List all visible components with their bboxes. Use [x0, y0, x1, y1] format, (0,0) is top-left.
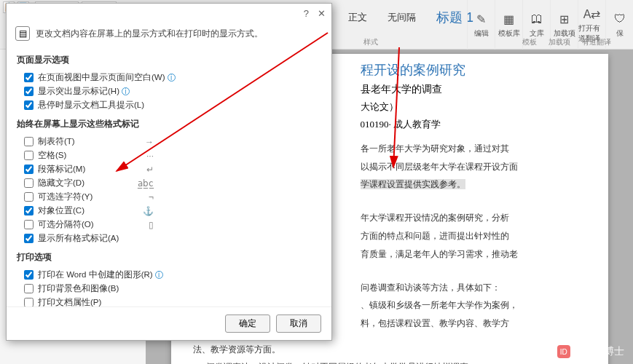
- library-icon: 🕮: [529, 11, 545, 27]
- watermark-text: @猫宁博士: [573, 345, 624, 358]
- dialog-titlebar: ? ✕: [7, 4, 331, 23]
- option-checkbox[interactable]: [24, 165, 34, 174]
- option-row: 在页面视图中显示页面间空白(W)i: [17, 71, 321, 84]
- option-checkbox[interactable]: [24, 270, 34, 280]
- option-label: 隐藏文字(D): [38, 178, 84, 189]
- style-normal[interactable]: 正文: [342, 7, 374, 28]
- option-checkbox[interactable]: [24, 206, 34, 215]
- shield-icon: 🛡: [612, 11, 628, 27]
- option-checkbox[interactable]: [24, 178, 34, 188]
- format-symbol: ···: [146, 151, 154, 161]
- section-formatting-marks: 始终在屏幕上显示这些格式标记: [17, 118, 321, 130]
- edit-icon: ✎: [473, 11, 490, 27]
- styles-group-label: 样式: [363, 37, 378, 47]
- option-label: 制表符(T): [38, 136, 75, 147]
- format-symbol: ⚓: [143, 206, 154, 216]
- option-label: 打印背景色和图像(B): [38, 283, 119, 294]
- section-display-options: 页面显示选项: [17, 54, 321, 66]
- option-row: 显示突出显示标记(H)i: [17, 84, 321, 98]
- addins-sublabel: 加载项: [549, 37, 570, 47]
- option-label: 打印文档属性(P): [38, 297, 101, 306]
- option-label: 悬停时显示文档工具提示(L): [38, 100, 144, 111]
- option-label: 对象位置(C): [38, 205, 84, 216]
- option-row: 空格(S)···: [17, 149, 321, 162]
- dialog-header-text: 更改文档内容在屏幕上的显示方式和在打印时的显示方式。: [36, 28, 263, 40]
- addins-icon: ⊞: [557, 11, 573, 27]
- dialog-body: 页面显示选项 在页面视图中显示页面间空白(W)i显示突出显示标记(H)i悬停时显…: [7, 48, 331, 306]
- option-row: 可选分隔符(O)▯: [17, 218, 321, 232]
- option-row: 悬停时显示文档工具提示(L): [17, 98, 321, 112]
- doc-info: 010190· 成人教育学: [361, 118, 579, 131]
- option-row: 打印背景色和图像(B): [17, 282, 321, 296]
- template-icon: ▦: [501, 11, 517, 27]
- cancel-button[interactable]: 取消: [276, 314, 321, 333]
- option-row: 打印在 Word 中创建的图形(R)i: [17, 268, 321, 282]
- option-row: 隐藏文字(D)a̲b̲c̲: [17, 176, 321, 190]
- option-label: 打印在 Word 中创建的图形(R): [38, 269, 153, 280]
- option-checkbox[interactable]: [24, 87, 34, 96]
- option-checkbox[interactable]: [24, 192, 34, 202]
- option-row: 对象位置(C)⚓: [17, 204, 321, 218]
- option-label: 空格(S): [38, 150, 66, 161]
- doc-title: 程开设的案例研究: [361, 61, 579, 79]
- doc-subtitle: 县老年大学的调查: [361, 83, 579, 96]
- tool-template[interactable]: ▦模板库: [495, 0, 522, 50]
- option-label: 在页面视图中显示页面间空白(W): [38, 72, 165, 83]
- info-icon[interactable]: i: [168, 74, 176, 82]
- option-label: 可选连字符(Y): [38, 191, 93, 202]
- template-sublabel: 模板: [522, 37, 537, 47]
- option-checkbox[interactable]: [24, 284, 34, 293]
- info-icon[interactable]: i: [122, 87, 130, 95]
- option-label: 显示突出显示标记(H): [38, 86, 119, 97]
- doc-body: 各一所老年大学为研究对象，通过对其 以揭示不同层级老年大学在课程开设方面 学课程…: [361, 141, 579, 332]
- format-symbol: ▯: [149, 220, 154, 230]
- style-nospace[interactable]: 无间隔: [381, 7, 422, 28]
- format-symbol: →: [145, 137, 154, 147]
- option-checkbox[interactable]: [24, 220, 34, 229]
- display-icon: ▤: [15, 26, 30, 41]
- translate-sublabel: 有道翻译: [582, 37, 611, 47]
- help-button[interactable]: ?: [304, 8, 309, 19]
- options-dialog: ? ✕ ▤ 更改文档内容在屏幕上的显示方式和在打印时的显示方式。 页面显示选项 …: [6, 3, 332, 341]
- dialog-footer: 确定 取消: [7, 306, 331, 340]
- watermark-icon: ID: [557, 345, 570, 358]
- option-row: 打印文档属性(P): [17, 296, 321, 306]
- option-row: 显示所有格式标记(A): [17, 232, 321, 245]
- option-row: 制表符(T)→: [17, 135, 321, 149]
- info-icon[interactable]: i: [155, 271, 163, 279]
- option-checkbox[interactable]: [24, 73, 34, 82]
- option-checkbox[interactable]: [24, 151, 34, 160]
- option-label: 可选分隔符(O): [38, 219, 94, 230]
- watermark: ID @猫宁博士: [557, 345, 624, 358]
- section-print-options: 打印选项: [17, 251, 321, 264]
- option-checkbox[interactable]: [24, 298, 34, 306]
- option-label: 显示所有格式标记(A): [38, 233, 119, 244]
- doc-type: 大论文）: [361, 100, 579, 114]
- format-symbol: ↵: [146, 165, 154, 175]
- highlighted-text: 学课程设置提供实践参考。: [361, 179, 465, 189]
- option-label: 段落标记(M): [38, 164, 85, 175]
- translate-icon: A⇄: [584, 6, 600, 22]
- option-row: 段落标记(M)↵: [17, 162, 321, 176]
- format-symbol: a̲b̲c̲: [138, 178, 154, 189]
- close-button[interactable]: ✕: [318, 8, 326, 19]
- option-checkbox[interactable]: [24, 100, 34, 110]
- dialog-header: ▤ 更改文档内容在屏幕上的显示方式和在打印时的显示方式。: [7, 23, 331, 48]
- tool-edit[interactable]: ✎编辑: [467, 0, 495, 50]
- format-symbol: ¬: [149, 192, 154, 202]
- ok-button[interactable]: 确定: [225, 314, 270, 333]
- option-row: 可选连字符(Y)¬: [17, 190, 321, 204]
- option-checkbox[interactable]: [24, 234, 34, 243]
- styles-gallery: 正文 无间隔 标题 1: [342, 0, 480, 35]
- option-checkbox[interactable]: [24, 137, 34, 146]
